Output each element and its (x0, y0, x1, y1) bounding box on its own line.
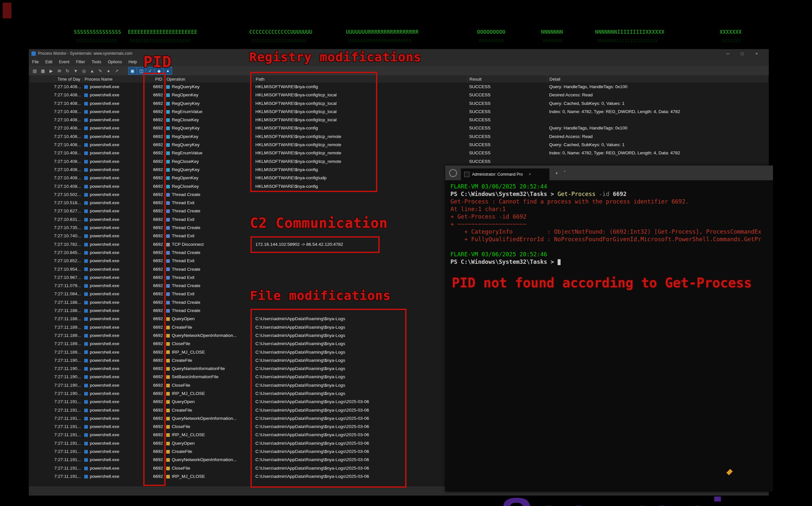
cell-operation: RegQueryKey (165, 141, 254, 149)
cell-time: 7:27:11.079... (30, 281, 83, 290)
menu-edit[interactable]: Edit (42, 58, 56, 66)
operation-icon (166, 110, 170, 114)
table-row[interactable]: 7:27:10.408...powershell.exe6692RegQuery… (30, 83, 767, 91)
terminal-tabbar: Administrator: Command Pro × + ˇ (445, 166, 773, 180)
cell-time: 7:27:11.191... (30, 455, 83, 464)
cell-time: 7:27:10.967... (30, 273, 83, 281)
powershell-icon (84, 143, 88, 147)
column-header-process-name[interactable]: Process Name (83, 75, 144, 83)
cell-operation: Thread Exit (165, 215, 254, 224)
powershell-icon (84, 350, 88, 354)
cell-time: 7:27:11.191... (30, 439, 83, 447)
autoscroll-button[interactable]: ✉ (56, 67, 63, 74)
cell-time: 7:27:11.191... (30, 398, 83, 406)
table-row[interactable]: 7:27:10.408...powershell.exe6692RegClose… (30, 116, 767, 124)
capture-button[interactable]: ▶ (47, 67, 55, 74)
operation-icon (166, 276, 170, 279)
securonix-watermark: Securonix (500, 487, 756, 506)
cell-detail: Query: HandleTags, HandleTags: 0x100 (548, 124, 767, 132)
clear-button[interactable]: ↻ (64, 67, 72, 74)
column-header-operation[interactable]: Operation (165, 75, 254, 83)
column-header-detail[interactable]: Detail (548, 75, 767, 83)
cell-result: SUCCESS (468, 91, 548, 99)
table-row[interactable]: 7:27:10.408...powershell.exe6692RegQuery… (30, 99, 767, 107)
c2-highlight-box (250, 236, 380, 253)
jump-to-button[interactable]: ↗ (113, 67, 120, 74)
cell-process: powershell.exe (83, 141, 144, 149)
process-tree-button[interactable]: ▲ (88, 67, 96, 74)
save-log-button[interactable]: ▦ (39, 67, 47, 74)
find-button[interactable]: ● (104, 67, 112, 74)
open-log-button[interactable]: ▤ (31, 67, 39, 74)
cell-operation: Thread Create (165, 207, 254, 215)
cell-process: powershell.exe (83, 331, 144, 340)
highlight-button[interactable]: ◎ (80, 67, 88, 74)
operation-icon (166, 384, 170, 388)
operation-icon (166, 118, 170, 122)
cell-process: powershell.exe (83, 107, 144, 116)
powershell-icon (84, 309, 88, 313)
cell-process: powershell.exe (83, 389, 144, 398)
show-registry-button[interactable]: ▣ (128, 67, 137, 75)
table-row[interactable]: 7:27:10.408...powershell.exe6692RegClose… (30, 157, 767, 166)
event-table-header[interactable]: Time of DayProcess NamePIDOperationPathR… (30, 75, 767, 83)
terminal-line: + Get-Process -id 6692 (451, 213, 768, 221)
terminal-back-icon[interactable] (449, 169, 457, 177)
operation-icon (166, 168, 170, 172)
operation-icon (166, 267, 170, 271)
terminal-tab[interactable]: Administrator: Command Pro × (461, 168, 549, 180)
powershell-icon (84, 118, 88, 122)
cell-process: powershell.exe (83, 398, 144, 406)
cell-operation: QueryOpen (165, 398, 254, 406)
notfound-annotation: PID not found according to Get-Process (452, 275, 752, 290)
operation-icon (166, 126, 170, 130)
menu-options[interactable]: Options (104, 58, 125, 66)
filter-button[interactable]: ▼ (72, 67, 80, 74)
column-header-time-of-day[interactable]: Time of Day (30, 75, 83, 83)
powershell-icon (84, 176, 88, 180)
menu-filter[interactable]: Filter (73, 58, 88, 66)
table-row[interactable]: 7:27:10.408...powershell.exe6692RegQuery… (30, 141, 767, 149)
table-row[interactable]: 7:27:10.408...powershell.exe6692RegOpenK… (30, 133, 767, 141)
cell-operation: Thread Create (165, 190, 254, 198)
new-tab-button[interactable]: + (555, 170, 558, 176)
table-row[interactable]: 7:27:10.408...powershell.exe6692RegEnumV… (30, 149, 767, 157)
menu-help[interactable]: Help (125, 58, 140, 66)
operation-icon (166, 143, 170, 147)
operation-icon (166, 226, 170, 230)
cell-process: powershell.exe (83, 124, 144, 132)
operation-icon (166, 417, 170, 420)
event-properties-button[interactable]: ✎ (96, 67, 104, 74)
column-header-result[interactable]: Result (468, 75, 548, 83)
cell-process: powershell.exe (83, 257, 144, 265)
menu-tools[interactable]: Tools (88, 58, 104, 66)
cell-process: powershell.exe (83, 464, 144, 472)
powershell-icon (84, 400, 88, 404)
maximize-button[interactable]: □ (739, 51, 745, 56)
terminal-content[interactable]: FLARE-VM 03/06/2025 20:52:44PS C:\Window… (445, 180, 773, 492)
powershell-icon (84, 450, 88, 453)
cell-process: powershell.exe (83, 149, 144, 157)
terminal-cursor (558, 259, 561, 265)
tab-dropdown-button[interactable]: ˇ (564, 170, 565, 176)
cell-time: 7:27:11.084... (30, 290, 83, 298)
terminal-line: PS C:\Windows\System32\Tasks > (451, 258, 768, 266)
cell-time: 7:27:10.740... (30, 232, 83, 240)
cell-path (254, 207, 468, 215)
table-row[interactable]: 7:27:10.408...powershell.exe6692RegOpenK… (30, 91, 767, 99)
banner-text: SSSSSSSSSSSSSSS (76, 38, 117, 43)
table-row[interactable]: 7:27:10.408...powershell.exe6692RegQuery… (30, 124, 767, 132)
powershell-icon (84, 367, 88, 371)
close-button[interactable]: × (754, 51, 759, 56)
menu-event[interactable]: Event (56, 58, 73, 66)
cell-time: 7:27:10.408... (30, 83, 83, 91)
cell-detail: Index: 0, Name: 4782, Type: REG_DWORD, L… (548, 149, 767, 157)
menu-file[interactable]: File (29, 58, 42, 66)
minimize-button[interactable]: ─ (725, 51, 731, 56)
cell-time: 7:27:11.190... (30, 364, 83, 372)
operation-icon (166, 259, 170, 263)
operation-icon (166, 367, 170, 371)
tab-close-icon[interactable]: × (529, 172, 531, 177)
table-row[interactable]: 7:27:10.408...powershell.exe6692RegEnumV… (30, 107, 767, 116)
cell-process: powershell.exe (83, 348, 144, 356)
